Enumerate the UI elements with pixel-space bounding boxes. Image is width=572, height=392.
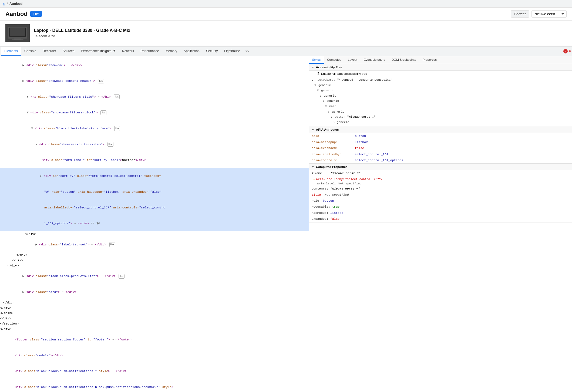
contents-key: Contents: (312, 187, 330, 190)
html-line: <div class="form-label" id="sort_by_labe… (0, 152, 309, 168)
tab-network-label: Network (122, 49, 134, 53)
html-line: l_257_options"> ⋯ </div> == $0 (0, 215, 309, 231)
enable-tree-label: Enable full-page accessibility tree (321, 72, 367, 75)
html-line: ▶ <div class="card"> ⋯ </div> (0, 284, 309, 300)
title-key: title: (312, 193, 325, 197)
html-line: ▶ <div class="showcase-content-header"> … (0, 73, 309, 89)
aria-attributes-title: ARIA Attributes (316, 128, 339, 131)
computed-name-key: Name: (315, 171, 331, 176)
aria-prop-controls: aria-controls: select_control_257_option… (309, 157, 572, 163)
warning-ref: aria-labelledby: (316, 177, 345, 182)
html-line: </div> (0, 263, 309, 268)
html-line: </div> (0, 252, 309, 258)
tree-item-root: ∨ RootWebArea "4_Aanbod - Gemeente Eemsd… (312, 77, 569, 83)
right-panel: Styles Computed Layout Event Listeners D… (309, 56, 572, 389)
sort-button[interactable]: Sorteer (511, 10, 529, 18)
tab-network[interactable]: Network (119, 47, 137, 56)
product-subtitle: Telecom & zo (34, 34, 130, 38)
right-tab-dom-breakpoints[interactable]: DOM Breakpoints (388, 56, 419, 64)
tab-recorder-label: Recorder (43, 49, 56, 53)
html-line: </div> (0, 300, 309, 305)
warning-ref2: "select_control_257"- (345, 177, 383, 182)
warning-icon: ⚠ (313, 177, 315, 182)
tab-console-label: Console (24, 49, 36, 53)
product-name: Laptop - DELL Latitude 3380 - Grade A-B-… (34, 28, 130, 33)
html-line: ∨ <div class="showcase-filters-block"> f… (0, 105, 309, 121)
html-line: ∨ <div id="sort_by" class="form-control … (0, 168, 309, 184)
focusable-key: Focusable: (312, 205, 332, 208)
html-line: <div class="block block-push-notificatio… (0, 363, 309, 379)
expanded-row: Expanded: false (309, 216, 572, 222)
html-line: </div> (0, 258, 309, 263)
enable-tree-checkbox[interactable] (312, 72, 315, 75)
sort-dropdown[interactable]: Nieuwe eerst Prijs laag-hoog Prijs hoog-… (531, 10, 567, 18)
role-row: Role: button (309, 198, 572, 204)
tab-lighthouse[interactable]: Lighthouse (221, 47, 243, 56)
breadcrumb-separator: / (7, 2, 8, 6)
accessibility-tree-header[interactable]: ▼ Accessibility Tree (309, 64, 572, 71)
devtools-panel: Elements Console Recorder Sources Perfor… (0, 46, 572, 389)
aria-prop-labelledby: aria-labelledby: select_control_257 (309, 151, 572, 157)
right-tab-event-listeners[interactable]: Event Listeners (361, 56, 388, 64)
html-line: </div> (0, 305, 309, 311)
tree-item-5: ∨ main (312, 104, 569, 109)
tab-recorder[interactable]: Recorder (39, 47, 59, 56)
html-line: aria-labelledby="select_control_257" ari… (0, 200, 309, 216)
devtools-tabs-bar: Elements Console Recorder Sources Perfor… (0, 46, 572, 56)
computed-properties-section: ▼ Computed Properties ▼ Name: "Nieuwe ee… (309, 164, 572, 222)
haspopup-row: hasPopup: listbox (309, 210, 572, 216)
breadcrumb-current: Aanbod (9, 2, 22, 6)
expanded-key: Expanded: (312, 217, 330, 221)
tree-item-button: ∨ button "Nieuwe eerst ≡" (312, 114, 569, 120)
html-line: </div> (0, 326, 309, 332)
tab-application-label: Application (184, 49, 200, 53)
right-tab-styles[interactable]: Styles (309, 56, 324, 64)
right-tab-layout[interactable]: Layout (345, 56, 361, 64)
html-line: </section> (0, 321, 309, 326)
tab-memory-label: Memory (166, 49, 177, 53)
tab-performance-insights[interactable]: Performance insights ⚗ (78, 47, 119, 56)
aria-prop-haspopup: aria-haspopup: listbox (309, 139, 572, 145)
product-info: Laptop - DELL Latitude 3380 - Grade A-B-… (34, 28, 130, 38)
accessibility-tree-title: Accessibility Tree (316, 66, 342, 69)
aria-prop-role: role: button (309, 133, 572, 139)
accessibility-tree-section: ▼ Accessibility Tree ⚗ Enable full-page … (309, 64, 572, 126)
error-close-icon[interactable]: ✕ (563, 49, 568, 53)
accessibility-tree-arrow: ▼ (312, 66, 314, 69)
accessibility-icon: ⚗ (317, 72, 319, 75)
haspopup-val: listbox (330, 211, 343, 215)
aria-attributes-header[interactable]: ▼ ARIA Attributes (309, 126, 572, 133)
html-line: ∨ <div class="block block-label-tabs for… (0, 121, 309, 137)
more-tabs-button[interactable]: >> (243, 48, 251, 55)
html-line: </div> (0, 231, 309, 237)
aria-attributes-section: ▼ ARIA Attributes role: button aria-hasp… (309, 126, 572, 164)
tree-item-1: ∨ generic (312, 83, 569, 88)
computed-properties-header[interactable]: ▼ Computed Properties (309, 164, 572, 170)
focusable-val: true (332, 205, 340, 208)
contents-row: Contents: "Nieuwe eerst ≡" (309, 186, 572, 192)
tab-performance-label: Performance (140, 49, 159, 53)
tab-elements[interactable]: Elements (1, 47, 21, 56)
tab-sources[interactable]: Sources (59, 47, 78, 56)
tab-sources-label: Sources (62, 49, 74, 53)
elements-panel[interactable]: ▶ <div class="show-sm"> ⋯ </div> ▶ <div … (0, 56, 309, 389)
breadcrumb-link[interactable]: e (3, 2, 5, 6)
tab-performance[interactable]: Performance (137, 47, 162, 56)
right-tab-properties[interactable]: Properties (419, 56, 440, 64)
focusable-row: Focusable: true (309, 204, 572, 210)
html-line: ▶ <div class="label-tab-set"> ⋯ </div> f… (0, 237, 309, 253)
title-val: Not specified (325, 193, 349, 197)
tree-item-3: ∨ generic (312, 93, 569, 99)
warning-row: ⚠ aria-labelledby: "select_control_257"- (309, 177, 572, 182)
tab-console[interactable]: Console (21, 47, 39, 56)
tab-memory[interactable]: Memory (162, 47, 180, 56)
computed-properties-title: Computed Properties (316, 165, 348, 168)
accessibility-tree: ∨ RootWebArea "4_Aanbod - Gemeente Eemsd… (309, 76, 572, 126)
tab-security[interactable]: Security (203, 47, 221, 56)
tab-application[interactable]: Application (180, 47, 203, 56)
computed-name-row: ▼ Name: "Nieuwe eerst ≡" (309, 170, 572, 176)
computed-name-arrow: ▼ (312, 171, 314, 176)
aria-attributes-arrow: ▼ (312, 128, 314, 131)
tree-item-4: ∨ generic (312, 99, 569, 104)
right-tab-computed[interactable]: Computed (324, 56, 345, 64)
